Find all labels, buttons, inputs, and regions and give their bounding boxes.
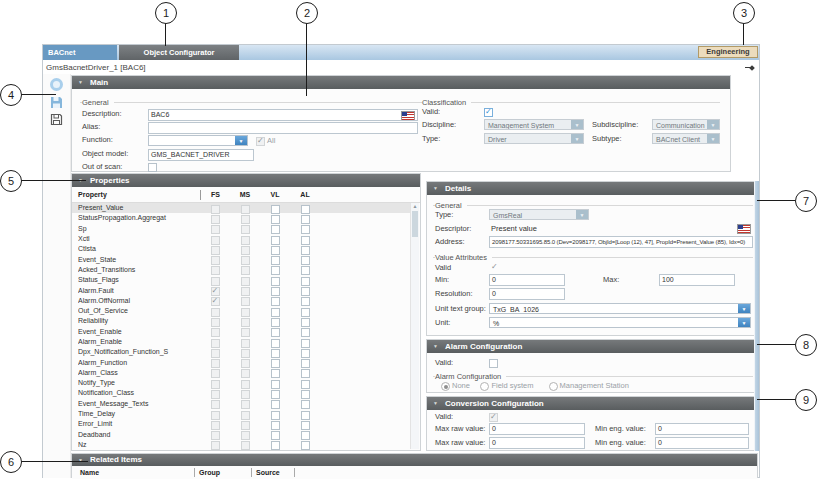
ms-checkbox[interactable]: [241, 205, 250, 214]
fs-checkbox[interactable]: [211, 369, 220, 378]
ms-checkbox[interactable]: [241, 349, 250, 358]
al-checkbox[interactable]: [301, 287, 310, 296]
property-row[interactable]: Notify_Type: [72, 378, 410, 388]
save-as-icon[interactable]: [50, 112, 63, 125]
al-checkbox[interactable]: [301, 266, 310, 275]
fs-checkbox[interactable]: [211, 215, 220, 224]
conversion-right-field[interactable]: 0: [655, 437, 749, 449]
al-checkbox[interactable]: [301, 380, 310, 389]
conversion-left-field[interactable]: 0: [489, 437, 585, 449]
max-field[interactable]: 100: [659, 274, 735, 286]
vl-checkbox[interactable]: [271, 349, 280, 358]
al-checkbox[interactable]: [301, 215, 310, 224]
property-row[interactable]: Nz: [72, 440, 410, 450]
ms-checkbox[interactable]: [241, 297, 250, 306]
vl-checkbox[interactable]: [271, 205, 280, 214]
chevron-down-icon[interactable]: ▼: [707, 134, 719, 143]
property-row[interactable]: Event_State: [72, 254, 410, 264]
al-checkbox[interactable]: [301, 339, 310, 348]
function-dropdown[interactable]: ▼: [148, 135, 248, 146]
property-row[interactable]: Dpx_Notification_Function_S: [72, 347, 410, 357]
related-items-header[interactable]: ▼Related Items: [72, 454, 757, 466]
vl-checkbox[interactable]: [271, 400, 280, 409]
property-row[interactable]: Event_Message_Texts: [72, 399, 410, 409]
ms-checkbox[interactable]: [241, 411, 250, 420]
vl-checkbox[interactable]: [271, 328, 280, 337]
property-row[interactable]: Acked_Transitions: [72, 265, 410, 275]
fs-checkbox[interactable]: [211, 421, 220, 430]
radio-management-station[interactable]: [549, 382, 558, 391]
property-row[interactable]: Time_Delay: [72, 409, 410, 419]
conversion-left-field[interactable]: 0: [489, 423, 585, 435]
property-row[interactable]: Error_Limit: [72, 419, 410, 429]
ms-checkbox[interactable]: [241, 236, 250, 245]
details-section-header[interactable]: ▼Details: [427, 182, 757, 195]
al-checkbox[interactable]: [301, 369, 310, 378]
ms-checkbox[interactable]: [241, 246, 250, 255]
column-vl[interactable]: VL: [260, 191, 290, 198]
all-checkbox[interactable]: [256, 137, 265, 146]
conversion-valid-checkbox[interactable]: [489, 413, 498, 422]
property-row[interactable]: Present_Value: [72, 203, 410, 213]
main-section-header[interactable]: ▼Main: [72, 76, 730, 89]
column-fs[interactable]: FS: [200, 190, 230, 200]
vl-checkbox[interactable]: [271, 380, 280, 389]
alias-field[interactable]: [148, 122, 418, 134]
al-checkbox[interactable]: [301, 441, 310, 450]
al-checkbox[interactable]: [301, 390, 310, 399]
property-row[interactable]: Out_Of_Service: [72, 306, 410, 316]
properties-section-header[interactable]: ▼Properties: [72, 174, 420, 187]
al-checkbox[interactable]: [301, 421, 310, 430]
fs-checkbox[interactable]: [211, 380, 220, 389]
fs-checkbox[interactable]: [211, 308, 220, 317]
property-row[interactable]: Event_Enable: [72, 327, 410, 337]
fs-checkbox[interactable]: [211, 411, 220, 420]
classification-valid-checkbox[interactable]: [484, 108, 493, 117]
ms-checkbox[interactable]: [241, 225, 250, 234]
fs-checkbox[interactable]: [211, 225, 220, 234]
ms-checkbox[interactable]: [241, 369, 250, 378]
property-row[interactable]: Reliability: [72, 316, 410, 326]
ms-checkbox[interactable]: [241, 308, 250, 317]
fs-checkbox[interactable]: [211, 277, 220, 286]
subdiscipline-dropdown[interactable]: Communication▼: [652, 119, 720, 130]
al-checkbox[interactable]: [301, 308, 310, 317]
fs-checkbox[interactable]: [211, 359, 220, 368]
fs-checkbox[interactable]: [211, 318, 220, 327]
fs-checkbox[interactable]: [211, 246, 220, 255]
right-scrollbar[interactable]: [754, 181, 759, 451]
fs-checkbox[interactable]: [211, 205, 220, 214]
chevron-down-icon[interactable]: ▼: [738, 318, 750, 327]
scroll-up-icon[interactable]: ▲: [411, 203, 419, 210]
column-ms[interactable]: MS: [230, 191, 260, 198]
unit-text-group-dropdown[interactable]: TxG_BA_1026▼: [489, 303, 751, 314]
address-field[interactable]: 2098177.50331695.85.0 (Dev=2098177, ObjI…: [489, 236, 753, 248]
ms-checkbox[interactable]: [241, 287, 250, 296]
min-field[interactable]: 0: [489, 274, 565, 286]
column-al[interactable]: AL: [290, 191, 320, 198]
al-checkbox[interactable]: [301, 328, 310, 337]
property-row[interactable]: Alarm_Class: [72, 368, 410, 378]
properties-scrollbar[interactable]: ▲: [410, 203, 419, 449]
property-row[interactable]: Ctlsta: [72, 244, 410, 254]
vl-checkbox[interactable]: [271, 431, 280, 440]
al-checkbox[interactable]: [301, 246, 310, 255]
fs-checkbox[interactable]: [211, 287, 220, 296]
vl-checkbox[interactable]: [271, 441, 280, 450]
fs-checkbox[interactable]: [211, 441, 220, 450]
vl-checkbox[interactable]: [271, 236, 280, 245]
ms-checkbox[interactable]: [241, 328, 250, 337]
property-row[interactable]: Alarm.Fault: [72, 285, 410, 295]
ms-checkbox[interactable]: [241, 339, 250, 348]
ms-checkbox[interactable]: [241, 359, 250, 368]
out-of-scan-checkbox[interactable]: [148, 163, 157, 172]
vl-checkbox[interactable]: [271, 246, 280, 255]
ms-checkbox[interactable]: [241, 318, 250, 327]
vl-checkbox[interactable]: [271, 339, 280, 348]
property-row[interactable]: Alarm.OffNormal: [72, 296, 410, 306]
column-name[interactable]: Name: [80, 469, 190, 476]
fs-checkbox[interactable]: [211, 390, 220, 399]
al-checkbox[interactable]: [301, 277, 310, 286]
fs-checkbox[interactable]: [211, 400, 220, 409]
details-type-dropdown[interactable]: GmsReal▼: [489, 209, 589, 220]
